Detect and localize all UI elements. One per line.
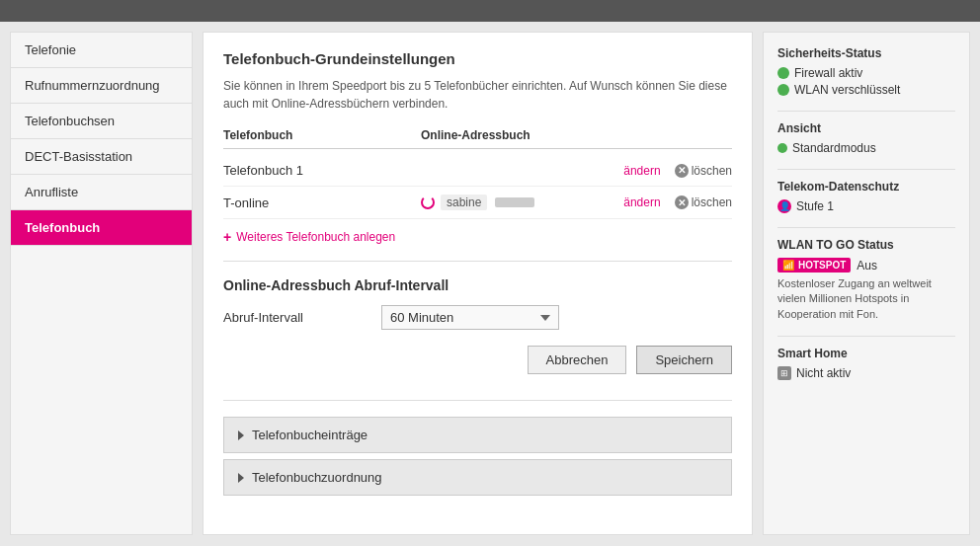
- sync-icon: [421, 195, 435, 209]
- section-title: Telefonbuch-Grundeinstellungen: [223, 50, 732, 67]
- smart-home-label: Nicht aktiv: [796, 366, 851, 380]
- row2-loeschen-link[interactable]: ✕ löschen: [675, 195, 732, 209]
- security-title: Sicherheits-Status: [777, 46, 955, 60]
- hotspot-badge: 📶 HOTSPOT: [777, 258, 851, 273]
- wlan-label: WLAN verschlüsselt: [794, 83, 900, 97]
- save-button[interactable]: Speichern: [636, 346, 732, 374]
- col-header-online-adressbuch: Online-Adressbuch: [421, 128, 732, 142]
- sync-username: sabine: [441, 195, 487, 210]
- sidebar-item-telefonie[interactable]: Telefonie: [11, 33, 192, 68]
- row1-loeschen-link[interactable]: ✕ löschen: [675, 164, 732, 178]
- right-divider-3: [777, 227, 955, 228]
- firewall-green-dot: [777, 67, 789, 79]
- hotspot-row: 📶 HOTSPOT Aus: [777, 258, 955, 273]
- sidebar-item-telefonbuchsen[interactable]: Telefonbuchsen: [11, 104, 192, 139]
- ansicht-dot: [777, 143, 787, 153]
- wifi-icon: 📶: [782, 260, 794, 271]
- row2-actions: sabine ändern ✕ löschen: [421, 195, 732, 210]
- col-header-telefonbuch: Telefonbuch: [223, 128, 421, 142]
- sidebar-item-rufnummernzuordnung[interactable]: Rufnummernzuordnung: [11, 68, 192, 104]
- wlan-status: WLAN verschlüsselt: [777, 83, 955, 97]
- row1-delete-icon: ✕: [675, 164, 689, 178]
- wlan-go-section: WLAN TO GO Status 📶 HOTSPOT Aus Kostenlo…: [777, 238, 955, 322]
- row1-loeschen-label: löschen: [692, 164, 732, 178]
- top-bar: [0, 0, 980, 22]
- sidebar-item-anrufliste[interactable]: Anrufliste: [11, 175, 192, 210]
- collapsible-1-label: Telefonbucheinträge: [252, 428, 368, 442]
- interval-select[interactable]: 60 Minuten 30 Minuten 15 Minuten Nie: [381, 305, 559, 330]
- datenschutz-section: Telekom-Datenschutz 👤 Stufe 1: [777, 180, 955, 213]
- add-plus-icon: +: [223, 229, 231, 245]
- cancel-button[interactable]: Abbrechen: [528, 346, 627, 374]
- row1-aendern-link[interactable]: ändern: [623, 164, 660, 178]
- arrow-icon-1: [238, 430, 244, 440]
- wlan-go-title: WLAN TO GO Status: [777, 238, 955, 252]
- main-content: Telefonbuch-Grundeinstellungen Sie könne…: [203, 32, 753, 535]
- right-divider-4: [777, 336, 955, 337]
- smart-home-icon: ⊞: [777, 366, 791, 380]
- right-divider-2: [777, 169, 955, 170]
- add-telefonbuch-link[interactable]: + Weiteres Telefonbuch anlegen: [223, 229, 395, 245]
- right-sidebar: Sicherheits-Status Firewall aktiv WLAN v…: [763, 32, 970, 535]
- username-mask-bar: [495, 197, 534, 207]
- smart-home-section: Smart Home ⊞ Nicht aktiv: [777, 347, 955, 380]
- sidebar-item-telefonbuch[interactable]: Telefonbuch: [11, 210, 192, 246]
- divider: [223, 261, 732, 262]
- hotspot-desc: Kostenloser Zugang an weltweit vielen Mi…: [777, 276, 955, 322]
- row2-name: T-online: [223, 195, 421, 210]
- table-row: Telefonbuch 1 ändern ✕ löschen: [223, 155, 732, 187]
- section-desc: Sie können in Ihrem Speedport bis zu 5 T…: [223, 77, 732, 113]
- collapsible-telefonbucheintraege[interactable]: Telefonbucheinträge: [223, 417, 732, 453]
- interval-section-title: Online-Adressbuch Abruf-Intervall: [223, 277, 732, 293]
- button-row: Abbrechen Speichern: [223, 346, 732, 384]
- table-header: Telefonbuch Online-Adressbuch: [223, 128, 732, 149]
- smart-home-item: ⊞ Nicht aktiv: [777, 366, 955, 380]
- collapsible-2-label: Telefonbuchzuordnung: [252, 470, 382, 485]
- add-telefonbuch-label: Weiteres Telefonbuch anlegen: [236, 230, 395, 244]
- hotspot-status-label: Aus: [857, 259, 877, 273]
- firewall-status: Firewall aktiv: [777, 66, 955, 80]
- ansicht-label: Standardmodus: [792, 141, 876, 155]
- row2-loeschen-label: löschen: [692, 195, 732, 209]
- hotspot-badge-label: HOTSPOT: [798, 260, 846, 271]
- interval-label: Abruf-Intervall: [223, 310, 381, 325]
- ansicht-section: Ansicht Standardmodus: [777, 121, 955, 155]
- row2-delete-icon: ✕: [675, 195, 689, 209]
- sidebar-item-dect[interactable]: DECT-Basisstation: [11, 139, 192, 175]
- sidebar: Telefonie Rufnummernzuordnung Telefonbuc…: [10, 32, 193, 535]
- smart-home-title: Smart Home: [777, 347, 955, 360]
- datenschutz-title: Telekom-Datenschutz: [777, 180, 955, 194]
- row2-aendern-link[interactable]: ändern: [623, 195, 660, 209]
- arrow-icon-2: [238, 473, 244, 483]
- datenschutz-label: Stufe 1: [796, 199, 834, 213]
- right-divider-1: [777, 111, 955, 112]
- ansicht-item: Standardmodus: [777, 141, 955, 155]
- main-wrapper: Telefonie Rufnummernzuordnung Telefonbuc…: [0, 22, 980, 545]
- firewall-label: Firewall aktiv: [794, 66, 862, 80]
- collapsible-telefonbuchzuordnung[interactable]: Telefonbuchzuordnung: [223, 459, 732, 496]
- divider2: [223, 400, 732, 401]
- interval-form-row: Abruf-Intervall 60 Minuten 30 Minuten 15…: [223, 305, 732, 330]
- row1-name: Telefonbuch 1: [223, 163, 421, 178]
- security-section: Sicherheits-Status Firewall aktiv WLAN v…: [777, 46, 955, 97]
- ansicht-title: Ansicht: [777, 121, 955, 135]
- datenschutz-item: 👤 Stufe 1: [777, 199, 955, 213]
- wlan-green-dot: [777, 84, 789, 96]
- row1-actions: ändern ✕ löschen: [421, 164, 732, 178]
- person-icon: 👤: [777, 199, 791, 213]
- table-row: T-online sabine ändern ✕ löschen: [223, 187, 732, 219]
